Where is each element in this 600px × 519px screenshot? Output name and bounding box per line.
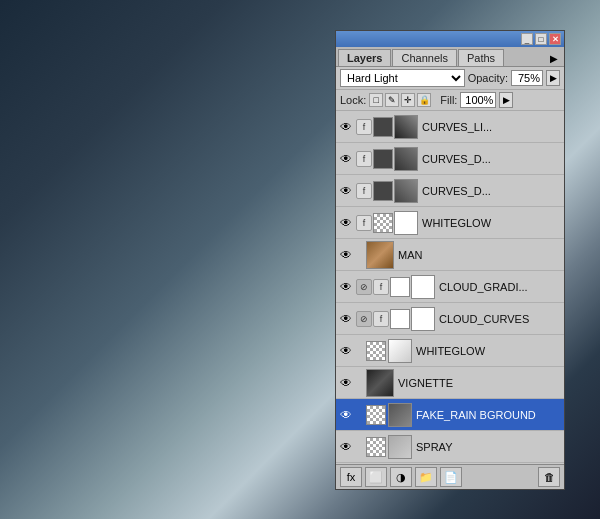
- layer-mask-thumbnail: [373, 149, 393, 169]
- layer-row[interactable]: 👁 f CURVES_D...: [336, 175, 564, 207]
- bottom-toolbar: fx ⬜ ◑ 📁 📄 🗑: [336, 464, 564, 489]
- lock-fill-row: Lock: □ ✎ ✛ 🔒 Fill: ▶: [336, 90, 564, 111]
- layer-thumbnail: [394, 179, 418, 203]
- layer-thumbnail: [394, 115, 418, 139]
- layer-visibility-toggle[interactable]: 👁: [338, 407, 354, 423]
- lock-image-icon[interactable]: ✎: [385, 93, 399, 107]
- layer-mask-thumbnail: [366, 405, 386, 425]
- layer-thumbnail: [366, 241, 394, 269]
- layer-fx-chain: f: [356, 115, 418, 139]
- layer-row-selected[interactable]: 👁 FAKE_RAIN BGROUND: [336, 399, 564, 431]
- add-mask-button[interactable]: ⬜: [365, 467, 387, 487]
- layer-name-label: CURVES_D...: [420, 153, 562, 165]
- layer-row[interactable]: 👁 MAN: [336, 239, 564, 271]
- lock-label: Lock:: [340, 94, 366, 106]
- layer-row[interactable]: 👁 WHITEGLOW: [336, 335, 564, 367]
- minimize-button[interactable]: _: [521, 33, 533, 45]
- layer-name-label: CURVES_LI...: [420, 121, 562, 133]
- blend-opacity-row: Hard Light Normal Multiply Screen Overla…: [336, 67, 564, 90]
- layer-mask-thumbnail: [366, 341, 386, 361]
- layer-row[interactable]: 👁 VIGNETTE: [336, 367, 564, 399]
- lock-transparent-icon[interactable]: □: [369, 93, 383, 107]
- layer-row[interactable]: 👁 f CURVES_D...: [336, 143, 564, 175]
- layer-name-label: FAKE_RAIN BGROUND: [414, 409, 562, 421]
- layer-visibility-toggle[interactable]: 👁: [338, 311, 354, 327]
- layer-visibility-toggle[interactable]: 👁: [338, 439, 354, 455]
- new-fill-adjustment-button[interactable]: ◑: [390, 467, 412, 487]
- title-bar: _ □ ✕: [336, 31, 564, 47]
- new-group-button[interactable]: 📁: [415, 467, 437, 487]
- layer-visibility-toggle[interactable]: 👁: [338, 279, 354, 295]
- layer-name-label: WHITEGLOW: [414, 345, 562, 357]
- layer-row[interactable]: 👁 f CURVES_LI...: [336, 111, 564, 143]
- layer-thumbnail: [394, 211, 418, 235]
- layers-list[interactable]: 👁 f CURVES_LI... 👁 f CURVES_D... 👁 f: [336, 111, 564, 464]
- add-style-button[interactable]: fx: [340, 467, 362, 487]
- layer-visibility-toggle[interactable]: 👁: [338, 343, 354, 359]
- layer-name-label: MAN: [396, 249, 562, 261]
- layer-fx-chain: f: [356, 147, 418, 171]
- tab-channels[interactable]: Channels: [392, 49, 456, 66]
- new-layer-button[interactable]: 📄: [440, 467, 462, 487]
- layer-visibility-toggle[interactable]: 👁: [338, 119, 354, 135]
- layer-visibility-toggle[interactable]: 👁: [338, 151, 354, 167]
- layer-thumbnail: [388, 403, 412, 427]
- layer-visibility-toggle[interactable]: 👁: [338, 215, 354, 231]
- tab-paths[interactable]: Paths: [458, 49, 504, 66]
- layer-fx-chain: f: [356, 179, 418, 203]
- layer-mask-thumbnail: [390, 277, 410, 297]
- layer-name-label: CLOUD_GRADI...: [437, 281, 562, 293]
- delete-layer-button[interactable]: 🗑: [538, 467, 560, 487]
- layer-link-icon: f: [356, 151, 372, 167]
- layer-fx-chain: f: [356, 211, 418, 235]
- layer-row[interactable]: 👁 f WHITEGLOW: [336, 207, 564, 239]
- maximize-button[interactable]: □: [535, 33, 547, 45]
- layer-link-icon: f: [356, 119, 372, 135]
- layer-thumbnail: [388, 435, 412, 459]
- layer-row[interactable]: 👁 ⊘ f CLOUD_GRADI...: [336, 271, 564, 303]
- panel-options-arrow[interactable]: ▶: [546, 51, 562, 66]
- layer-name-label: CLOUD_CURVES: [437, 313, 562, 325]
- title-bar-buttons: _ □ ✕: [521, 33, 561, 45]
- layer-thumbnail: [366, 369, 394, 397]
- close-button[interactable]: ✕: [549, 33, 561, 45]
- layer-mask-thumbnail: [366, 437, 386, 457]
- layer-fx-chain: ⊘ f: [356, 307, 435, 331]
- layer-visibility-toggle[interactable]: 👁: [338, 183, 354, 199]
- opacity-input[interactable]: [511, 70, 543, 86]
- layer-thumbnail: [388, 339, 412, 363]
- layer-link-icon: f: [356, 183, 372, 199]
- no-color-icon: ⊘: [356, 279, 372, 295]
- no-color-icon: ⊘: [356, 311, 372, 327]
- layer-mask-thumbnail: [373, 181, 393, 201]
- tab-layers[interactable]: Layers: [338, 49, 391, 66]
- opacity-label: Opacity:: [468, 72, 508, 84]
- layer-fx-icon: f: [373, 279, 389, 295]
- layer-link-icon: f: [356, 215, 372, 231]
- fill-label: Fill:: [440, 94, 457, 106]
- layer-name-label: VIGNETTE: [396, 377, 562, 389]
- layer-thumbnail: [411, 307, 435, 331]
- layer-visibility-toggle[interactable]: 👁: [338, 375, 354, 391]
- layer-row[interactable]: 👁 SPRAY: [336, 431, 564, 463]
- layer-thumbnail: [411, 275, 435, 299]
- layers-panel: _ □ ✕ Layers Channels Paths ▶ Hard Light…: [335, 30, 565, 490]
- fill-arrow[interactable]: ▶: [499, 92, 513, 108]
- layer-fx-chain: ⊘ f: [356, 275, 435, 299]
- layer-mask-thumbnail: [373, 117, 393, 137]
- layer-thumbnail: [394, 147, 418, 171]
- tab-bar: Layers Channels Paths ▶: [336, 47, 564, 67]
- lock-position-icon[interactable]: ✛: [401, 93, 415, 107]
- layer-visibility-toggle[interactable]: 👁: [338, 247, 354, 263]
- layer-row[interactable]: 👁 ⊘ f CLOUD_CURVES: [336, 303, 564, 335]
- layer-mask-thumbnail: [390, 309, 410, 329]
- opacity-arrow[interactable]: ▶: [546, 70, 560, 86]
- lock-all-icon[interactable]: 🔒: [417, 93, 431, 107]
- layer-fx-icon: f: [373, 311, 389, 327]
- layer-mask-thumbnail: [373, 213, 393, 233]
- fill-input[interactable]: [460, 92, 496, 108]
- blend-mode-select[interactable]: Hard Light Normal Multiply Screen Overla…: [340, 69, 465, 87]
- lock-icons-group: □ ✎ ✛ 🔒: [369, 93, 431, 107]
- layer-name-label: WHITEGLOW: [420, 217, 562, 229]
- layer-name-label: CURVES_D...: [420, 185, 562, 197]
